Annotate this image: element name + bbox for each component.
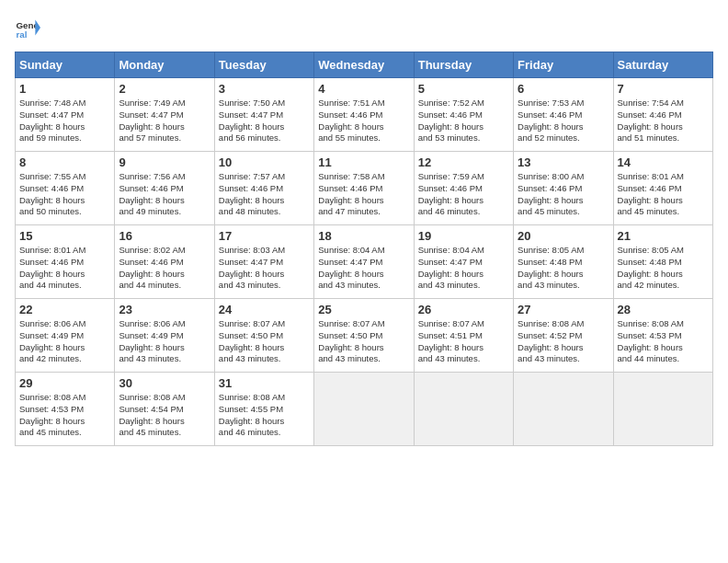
day-number: 20 <box>518 229 609 243</box>
day-number: 5 <box>418 82 509 96</box>
cell-info: Sunrise: 7:51 AM Sunset: 4:46 PM Dayligh… <box>318 98 409 144</box>
cell-info: Sunrise: 8:08 AM Sunset: 4:52 PM Dayligh… <box>518 318 609 365</box>
cell-info: Sunrise: 8:01 AM Sunset: 4:46 PM Dayligh… <box>618 171 709 218</box>
cell-info: Sunrise: 7:50 AM Sunset: 4:47 PM Dayligh… <box>219 98 310 144</box>
calendar-cell: 20Sunrise: 8:05 AM Sunset: 4:48 PM Dayli… <box>514 225 613 299</box>
calendar-cell: 23Sunrise: 8:06 AM Sunset: 4:49 PM Dayli… <box>115 299 214 373</box>
day-number: 14 <box>618 155 709 169</box>
calendar-cell: 18Sunrise: 8:04 AM Sunset: 4:47 PM Dayli… <box>314 225 414 299</box>
cell-info: Sunrise: 7:52 AM Sunset: 4:46 PM Dayligh… <box>418 98 509 144</box>
day-number: 31 <box>219 376 310 390</box>
calendar-cell: 19Sunrise: 8:04 AM Sunset: 4:47 PM Dayli… <box>414 225 513 299</box>
calendar-cell: 10Sunrise: 7:57 AM Sunset: 4:46 PM Dayli… <box>214 152 313 225</box>
header-cell-saturday: Saturday <box>613 52 712 78</box>
calendar-cell <box>613 373 712 446</box>
cell-info: Sunrise: 8:07 AM Sunset: 4:51 PM Dayligh… <box>418 318 509 365</box>
day-number: 12 <box>418 155 509 169</box>
day-number: 3 <box>219 82 310 96</box>
cell-info: Sunrise: 7:49 AM Sunset: 4:47 PM Dayligh… <box>119 98 210 144</box>
calendar-cell: 9Sunrise: 7:56 AM Sunset: 4:46 PM Daylig… <box>115 152 214 225</box>
day-number: 17 <box>219 229 310 243</box>
header-cell-friday: Friday <box>514 52 613 78</box>
day-number: 6 <box>518 82 609 96</box>
logo-icon: Gene ral <box>15 15 40 40</box>
calendar-cell: 25Sunrise: 8:07 AM Sunset: 4:50 PM Dayli… <box>314 299 414 373</box>
calendar-cell: 29Sunrise: 8:08 AM Sunset: 4:53 PM Dayli… <box>16 373 115 446</box>
calendar-cell: 28Sunrise: 8:08 AM Sunset: 4:53 PM Dayli… <box>613 299 712 373</box>
header: Gene ral <box>15 15 713 40</box>
cell-info: Sunrise: 8:03 AM Sunset: 4:47 PM Dayligh… <box>219 245 310 292</box>
cell-info: Sunrise: 8:04 AM Sunset: 4:47 PM Dayligh… <box>418 245 509 292</box>
day-number: 16 <box>119 229 210 243</box>
day-number: 25 <box>318 303 409 316</box>
cell-info: Sunrise: 7:53 AM Sunset: 4:46 PM Dayligh… <box>518 98 609 144</box>
cell-info: Sunrise: 8:08 AM Sunset: 4:55 PM Dayligh… <box>219 392 310 439</box>
cell-info: Sunrise: 8:08 AM Sunset: 4:53 PM Dayligh… <box>618 318 709 365</box>
cell-info: Sunrise: 7:56 AM Sunset: 4:46 PM Dayligh… <box>119 171 210 218</box>
calendar-cell <box>514 373 613 446</box>
day-number: 18 <box>318 229 409 243</box>
cell-info: Sunrise: 8:05 AM Sunset: 4:48 PM Dayligh… <box>518 245 609 292</box>
header-cell-thursday: Thursday <box>414 52 513 78</box>
day-number: 23 <box>119 303 210 316</box>
cell-info: Sunrise: 8:05 AM Sunset: 4:48 PM Dayligh… <box>618 245 709 292</box>
cell-info: Sunrise: 7:55 AM Sunset: 4:46 PM Dayligh… <box>19 171 110 218</box>
cell-info: Sunrise: 8:08 AM Sunset: 4:53 PM Dayligh… <box>19 392 110 439</box>
calendar-cell: 27Sunrise: 8:08 AM Sunset: 4:52 PM Dayli… <box>514 299 613 373</box>
calendar-cell: 3Sunrise: 7:50 AM Sunset: 4:47 PM Daylig… <box>214 78 313 152</box>
day-number: 2 <box>119 82 210 96</box>
cell-info: Sunrise: 8:00 AM Sunset: 4:46 PM Dayligh… <box>518 171 609 218</box>
calendar-cell: 17Sunrise: 8:03 AM Sunset: 4:47 PM Dayli… <box>214 225 313 299</box>
cell-info: Sunrise: 7:57 AM Sunset: 4:46 PM Dayligh… <box>219 171 310 218</box>
cell-info: Sunrise: 8:07 AM Sunset: 4:50 PM Dayligh… <box>318 318 409 365</box>
day-number: 22 <box>19 303 110 316</box>
calendar-cell: 13Sunrise: 8:00 AM Sunset: 4:46 PM Dayli… <box>514 152 613 225</box>
calendar-cell: 4Sunrise: 7:51 AM Sunset: 4:46 PM Daylig… <box>314 78 414 152</box>
day-number: 10 <box>219 155 310 169</box>
day-number: 28 <box>618 303 709 316</box>
calendar-cell: 24Sunrise: 8:07 AM Sunset: 4:50 PM Dayli… <box>214 299 313 373</box>
logo: Gene ral <box>15 15 44 40</box>
week-row-5: 29Sunrise: 8:08 AM Sunset: 4:53 PM Dayli… <box>16 373 713 446</box>
calendar-cell: 1Sunrise: 7:48 AM Sunset: 4:47 PM Daylig… <box>16 78 115 152</box>
cell-info: Sunrise: 7:48 AM Sunset: 4:47 PM Dayligh… <box>19 98 110 144</box>
svg-text:ral: ral <box>16 29 27 40</box>
calendar-cell: 11Sunrise: 7:58 AM Sunset: 4:46 PM Dayli… <box>314 152 414 225</box>
day-number: 15 <box>19 229 110 243</box>
day-number: 7 <box>618 82 709 96</box>
cell-info: Sunrise: 8:02 AM Sunset: 4:46 PM Dayligh… <box>119 245 210 292</box>
week-row-1: 1Sunrise: 7:48 AM Sunset: 4:47 PM Daylig… <box>16 78 713 152</box>
calendar-cell: 14Sunrise: 8:01 AM Sunset: 4:46 PM Dayli… <box>613 152 712 225</box>
cell-info: Sunrise: 7:58 AM Sunset: 4:46 PM Dayligh… <box>318 171 409 218</box>
week-row-3: 15Sunrise: 8:01 AM Sunset: 4:46 PM Dayli… <box>16 225 713 299</box>
cell-info: Sunrise: 8:06 AM Sunset: 4:49 PM Dayligh… <box>19 318 110 365</box>
header-cell-tuesday: Tuesday <box>214 52 313 78</box>
calendar-cell: 30Sunrise: 8:08 AM Sunset: 4:54 PM Dayli… <box>115 373 214 446</box>
day-number: 13 <box>518 155 609 169</box>
cell-info: Sunrise: 8:07 AM Sunset: 4:50 PM Dayligh… <box>219 318 310 365</box>
header-row: SundayMondayTuesdayWednesdayThursdayFrid… <box>16 52 713 78</box>
week-row-4: 22Sunrise: 8:06 AM Sunset: 4:49 PM Dayli… <box>16 299 713 373</box>
cell-info: Sunrise: 8:04 AM Sunset: 4:47 PM Dayligh… <box>318 245 409 292</box>
day-number: 4 <box>318 82 409 96</box>
calendar-cell <box>414 373 513 446</box>
calendar-cell: 2Sunrise: 7:49 AM Sunset: 4:47 PM Daylig… <box>115 78 214 152</box>
calendar-cell: 22Sunrise: 8:06 AM Sunset: 4:49 PM Dayli… <box>16 299 115 373</box>
calendar-cell: 26Sunrise: 8:07 AM Sunset: 4:51 PM Dayli… <box>414 299 513 373</box>
calendar-cell <box>314 373 414 446</box>
day-number: 27 <box>518 303 609 316</box>
day-number: 29 <box>19 376 110 390</box>
calendar-cell: 21Sunrise: 8:05 AM Sunset: 4:48 PM Dayli… <box>613 225 712 299</box>
week-row-2: 8Sunrise: 7:55 AM Sunset: 4:46 PM Daylig… <box>16 152 713 225</box>
header-cell-sunday: Sunday <box>16 52 115 78</box>
day-number: 1 <box>19 82 110 96</box>
cell-info: Sunrise: 8:08 AM Sunset: 4:54 PM Dayligh… <box>119 392 210 439</box>
calendar-cell: 6Sunrise: 7:53 AM Sunset: 4:46 PM Daylig… <box>514 78 613 152</box>
header-cell-monday: Monday <box>115 52 214 78</box>
day-number: 9 <box>119 155 210 169</box>
day-number: 11 <box>318 155 409 169</box>
calendar-cell: 15Sunrise: 8:01 AM Sunset: 4:46 PM Dayli… <box>16 225 115 299</box>
calendar-cell: 12Sunrise: 7:59 AM Sunset: 4:46 PM Dayli… <box>414 152 513 225</box>
cell-info: Sunrise: 7:59 AM Sunset: 4:46 PM Dayligh… <box>418 171 509 218</box>
day-number: 30 <box>119 376 210 390</box>
